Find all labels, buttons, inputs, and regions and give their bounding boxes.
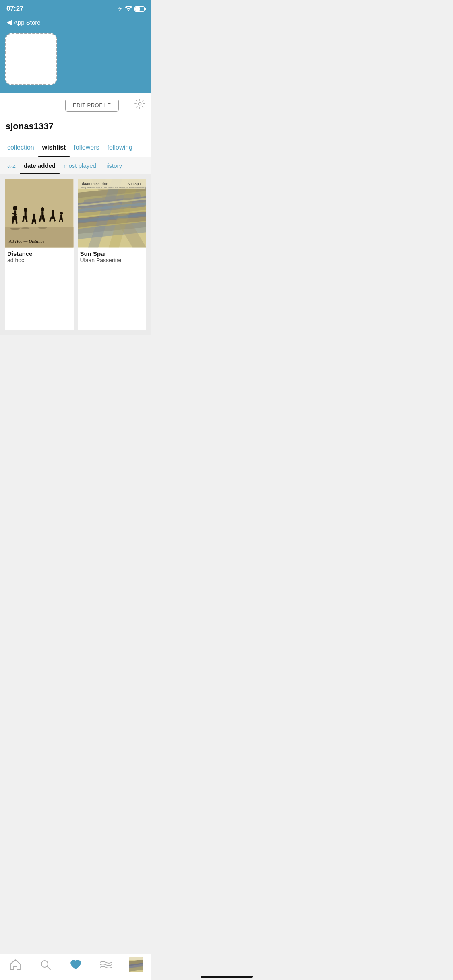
album-info: Sun Spar Ulaan Passerine — [78, 248, 147, 267]
album-grid: Ad Hoc — Distance Distance ad hoc — [0, 174, 151, 335]
tab-following[interactable]: following — [103, 138, 137, 157]
svg-text:Ulaan Passerine: Ulaan Passerine — [80, 182, 108, 186]
album-card[interactable]: Ulaan Passerine Sun Spar Heavy Perennial… — [78, 179, 147, 330]
svg-point-30 — [21, 227, 29, 229]
svg-text:Ad Hoc — Distance: Ad Hoc — Distance — [8, 239, 44, 243]
status-icons: ✈ — [118, 6, 145, 12]
back-button[interactable]: ◀ App Store — [6, 19, 145, 26]
subtab-most-played[interactable]: most played — [60, 157, 100, 174]
tab-followers[interactable]: followers — [70, 138, 103, 157]
album-title: Distance — [7, 250, 71, 257]
album-info: Distance ad hoc — [5, 248, 74, 267]
svg-point-25 — [60, 212, 63, 215]
album-cover: Ulaan Passerine Sun Spar Heavy Perennial… — [78, 179, 147, 248]
username: sjonas1337 — [6, 121, 54, 131]
back-chevron-icon: ◀ — [6, 19, 12, 26]
tab-collection[interactable]: collection — [3, 138, 38, 157]
profile-info-bar: EDIT PROFILE — [0, 93, 151, 117]
album-title: Sun Spar — [80, 250, 144, 257]
svg-point-17 — [41, 207, 45, 211]
album-cover: Ad Hoc — Distance — [5, 179, 74, 248]
edit-profile-button[interactable]: EDIT PROFILE — [65, 99, 119, 112]
subtab-az[interactable]: a-z — [3, 157, 20, 174]
svg-point-0 — [139, 103, 141, 105]
album-card[interactable]: Ad Hoc — Distance Distance ad hoc — [5, 179, 74, 330]
svg-point-29 — [10, 228, 21, 230]
svg-text:Heavy Perennial Noods Over Sho: Heavy Perennial Noods Over Shoes: The Me… — [80, 186, 146, 189]
tab-wishlist[interactable]: wishlist — [38, 138, 70, 157]
svg-point-13 — [33, 214, 35, 217]
svg-point-9 — [24, 208, 27, 212]
sub-tabs: a-z date added most played history — [0, 157, 151, 174]
subtab-date-added[interactable]: date added — [20, 157, 60, 174]
wifi-icon — [125, 6, 132, 12]
subtab-history[interactable]: history — [100, 157, 126, 174]
svg-point-4 — [13, 206, 17, 210]
settings-button[interactable] — [134, 98, 145, 112]
back-label: App Store — [14, 19, 41, 26]
svg-point-31 — [38, 227, 47, 229]
app-store-back-bar[interactable]: ◀ App Store — [0, 18, 151, 29]
profile-header — [0, 29, 151, 93]
username-section: sjonas1337 — [0, 117, 151, 138]
svg-point-21 — [52, 210, 54, 213]
album-artist: Ulaan Passerine — [80, 257, 144, 264]
avatar[interactable] — [5, 33, 57, 85]
battery-icon — [134, 6, 145, 12]
album-artist: ad hoc — [7, 257, 71, 264]
svg-rect-3 — [5, 227, 74, 247]
svg-text:Sun Spar: Sun Spar — [127, 182, 142, 186]
status-time: 07:27 — [6, 5, 23, 13]
status-bar: 07:27 ✈ — [0, 0, 151, 18]
airplane-icon: ✈ — [118, 6, 122, 12]
main-tabs: collection wishlist followers following — [0, 138, 151, 157]
